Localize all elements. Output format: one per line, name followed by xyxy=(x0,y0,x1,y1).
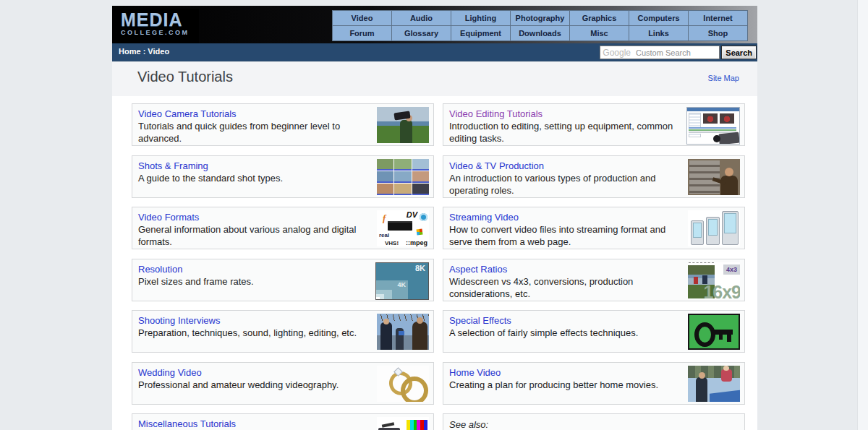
breadcrumb-bar: Home : Video Google Search xyxy=(112,43,757,61)
breadcrumb-home-link[interactable]: Home xyxy=(119,47,141,56)
aspect-ratios-thumbnail[interactable]: 4x3 16x9 xyxy=(688,262,740,298)
video-editing-tutorials-link[interactable]: Video Editing Tutorials xyxy=(449,108,542,120)
title-band: Video Tutorials Site Map xyxy=(112,61,757,96)
card-description: Professional and amateur wedding videogr… xyxy=(138,379,339,390)
production-desk-thumbnail[interactable] xyxy=(688,159,740,195)
card-resolution: Resolution Pixel sizes and frame rates. … xyxy=(132,259,434,301)
card-description: Introduction to editing, setting up equi… xyxy=(449,121,673,144)
see-also-card: See also: Lighting Tutorials xyxy=(443,413,745,430)
video-tv-production-link[interactable]: Video & TV Production xyxy=(449,160,544,172)
video-camera-tutorials-link[interactable]: Video Camera Tutorials xyxy=(138,108,237,120)
nav-item-graphics[interactable]: Graphics xyxy=(570,11,629,26)
nav-item-forum[interactable]: Forum xyxy=(333,26,392,41)
card-description: Creating a plan for producing better hom… xyxy=(449,379,658,390)
card-description: Pixel sizes and frame rates. xyxy=(138,276,254,287)
resolution-link[interactable]: Resolution xyxy=(138,264,182,275)
editing-software-thumbnail[interactable] xyxy=(686,107,740,145)
streaming-servers-thumbnail[interactable] xyxy=(688,210,740,246)
nav-item-shop[interactable]: Shop xyxy=(689,26,748,41)
resolution-chart-thumbnail[interactable]: 8K 4K xyxy=(375,262,429,300)
google-watermark: Google xyxy=(603,48,631,58)
nav-item-misc[interactable]: Misc xyxy=(570,26,629,41)
nav-item-links[interactable]: Links xyxy=(629,26,689,41)
main-content: Video Tutorials Site Map Video Camera Tu… xyxy=(112,61,757,430)
card-shots-framing: Shots & Framing A guide to the standard … xyxy=(132,155,434,198)
nav-item-internet[interactable]: Internet xyxy=(689,11,748,26)
video-formats-link[interactable]: Video Formats xyxy=(138,212,199,223)
breadcrumb: Home : Video xyxy=(119,47,169,56)
site-map-link[interactable]: Site Map xyxy=(708,74,739,82)
card-shooting-interviews: Shooting Interviews Preparation, techniq… xyxy=(132,310,434,353)
streaming-video-link[interactable]: Streaming Video xyxy=(449,212,519,223)
interview-scene-thumbnail[interactable] xyxy=(377,314,429,350)
card-video-camera-tutorials: Video Camera Tutorials Tutorials and qui… xyxy=(132,103,434,146)
nav-item-audio[interactable]: Audio xyxy=(392,11,451,26)
card-aspect-ratios: Aspect Ratios Widescreen vs 4x3, convers… xyxy=(443,259,745,301)
card-description: A guide to the standard shot types. xyxy=(138,173,283,184)
wedding-rings-thumbnail[interactable] xyxy=(377,366,429,402)
logo-college-text: COLLEGE.COM xyxy=(121,29,196,37)
scrollbar[interactable] xyxy=(857,0,868,430)
card-wedding-video: Wedding Video Professional and amateur w… xyxy=(132,362,434,405)
aspect-ratios-link[interactable]: Aspect Ratios xyxy=(449,264,507,275)
card-description: An introduction to various types of prod… xyxy=(449,173,655,196)
card-video-formats: Video Formats General information about … xyxy=(132,207,434,249)
shot-types-grid-thumbnail[interactable] xyxy=(377,159,429,195)
card-video-editing-tutorials: Video Editing Tutorials Introduction to … xyxy=(443,103,745,146)
camera-colorbars-thumbnail[interactable] xyxy=(377,417,429,430)
search-area: Google Search xyxy=(600,46,757,59)
family-outdoors-thumbnail[interactable] xyxy=(688,366,740,402)
nav-item-lighting[interactable]: Lighting xyxy=(451,11,511,26)
card-video-tv-production: Video & TV Production An introduction to… xyxy=(443,155,745,198)
site-logo[interactable]: MEDIA COLLEGE.COM xyxy=(118,9,199,43)
card-home-video: Home Video Creating a plan for producing… xyxy=(443,362,745,405)
camera-operator-thumbnail[interactable] xyxy=(377,107,429,143)
card-description: General information about various analog… xyxy=(138,224,356,247)
breadcrumb-separator: : xyxy=(143,47,146,56)
nav-item-computers[interactable]: Computers xyxy=(629,11,689,26)
card-miscellaneous-tutorials: Miscellaneous Tutorials Various help fil… xyxy=(132,413,434,430)
nav-item-photography[interactable]: Photography xyxy=(511,11,570,26)
home-video-link[interactable]: Home Video xyxy=(449,367,501,379)
nav-item-downloads[interactable]: Downloads xyxy=(511,26,570,41)
main-nav: Video Audio Lighting Photography Graphic… xyxy=(332,10,748,41)
logo-media-text: MEDIA xyxy=(121,10,196,29)
nav-item-equipment[interactable]: Equipment xyxy=(451,26,511,41)
shooting-interviews-link[interactable]: Shooting Interviews xyxy=(138,315,220,327)
green-key-thumbnail[interactable] xyxy=(688,314,740,350)
special-effects-link[interactable]: Special Effects xyxy=(449,315,511,327)
card-streaming-video: Streaming Video How to convert video fil… xyxy=(443,207,745,249)
see-also-label: See also: xyxy=(449,419,488,430)
nav-item-video[interactable]: Video xyxy=(333,11,392,26)
card-description: How to convert video files into streamin… xyxy=(449,224,665,247)
card-description: A selection of fairly simple effects tec… xyxy=(449,327,638,338)
breadcrumb-current: Video xyxy=(148,47,169,56)
search-box: Google xyxy=(600,46,720,59)
shots-framing-link[interactable]: Shots & Framing xyxy=(138,160,208,172)
card-description: Widescreen vs 4x3, conversions, producti… xyxy=(449,276,633,299)
card-special-effects: Special Effects A selection of fairly si… xyxy=(443,310,745,353)
tutorial-grid: Video Camera Tutorials Tutorials and qui… xyxy=(132,103,757,430)
site-header: MEDIA COLLEGE.COM Video Audio Lighting P… xyxy=(112,6,757,43)
nav-item-glossary[interactable]: Glossary xyxy=(392,26,451,41)
miscellaneous-tutorials-link[interactable]: Miscellaneous Tutorials xyxy=(138,418,236,430)
card-description: Preparation, techniques, sound, lighting… xyxy=(138,327,357,338)
page-container: MEDIA COLLEGE.COM Video Audio Lighting P… xyxy=(112,6,757,430)
search-button[interactable]: Search xyxy=(721,46,757,59)
card-description: Tutorials and quick guides from beginner… xyxy=(138,121,340,144)
video-formats-collage-thumbnail[interactable]: DVf real VHS!::mpeg xyxy=(377,210,429,246)
page-title: Video Tutorials xyxy=(137,69,233,85)
wedding-video-link[interactable]: Wedding Video xyxy=(138,367,202,379)
